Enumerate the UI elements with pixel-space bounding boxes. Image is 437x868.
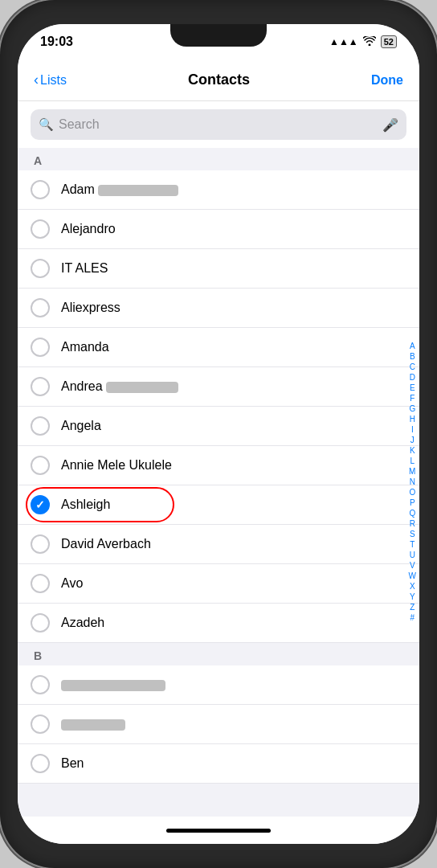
list-item[interactable]: Aliexpress <box>18 289 419 328</box>
alpha-y[interactable]: Y <box>409 592 416 602</box>
contact-name: Annie Mele Ukulele <box>61 458 406 473</box>
search-container: 🔍 Search 🎤 <box>18 101 419 148</box>
alpha-n[interactable]: N <box>409 477 416 487</box>
alpha-w[interactable]: W <box>409 571 416 581</box>
microphone-icon[interactable]: 🎤 <box>382 117 398 133</box>
contact-name <box>61 678 406 692</box>
alpha-h[interactable]: H <box>409 415 416 424</box>
alpha-f[interactable]: F <box>409 394 416 403</box>
contact-name-ashleigh: Ashleigh <box>61 497 406 512</box>
radio-button[interactable] <box>31 180 50 199</box>
alpha-d[interactable]: D <box>409 373 416 383</box>
alpha-a[interactable]: A <box>409 342 416 351</box>
alpha-q[interactable]: Q <box>409 509 416 518</box>
contact-name: Avo <box>61 576 406 591</box>
alpha-j[interactable]: J <box>409 436 416 445</box>
radio-button[interactable] <box>31 298 50 317</box>
page-title: Contacts <box>188 72 250 88</box>
alpha-v[interactable]: V <box>409 561 416 571</box>
done-button[interactable]: Done <box>371 73 403 88</box>
list-item[interactable]: Angela <box>18 407 419 446</box>
contact-name: Azadeh <box>61 616 406 630</box>
radio-button-checked[interactable] <box>31 495 50 514</box>
alpha-e[interactable]: E <box>409 383 416 393</box>
battery-indicator: 52 <box>381 35 397 48</box>
alpha-x[interactable]: X <box>409 582 416 592</box>
chevron-left-icon: ‹ <box>34 72 39 88</box>
list-item[interactable]: Annie Mele Ukulele <box>18 446 419 485</box>
list-item[interactable] <box>18 665 419 705</box>
contact-list: A Adam Alejandro IT ALES <box>18 148 419 817</box>
list-item[interactable]: Avo <box>18 564 419 604</box>
home-indicator <box>18 817 419 844</box>
contact-name: Angela <box>61 419 406 433</box>
contact-name: Aliexpress <box>61 301 406 315</box>
radio-button[interactable] <box>31 675 50 694</box>
alpha-b[interactable]: B <box>409 352 416 362</box>
search-icon: 🔍 <box>39 117 54 132</box>
alpha-hash[interactable]: # <box>409 613 416 623</box>
list-item-ashleigh[interactable]: Ashleigh <box>18 485 419 525</box>
alpha-u[interactable]: U <box>409 551 416 560</box>
contact-name: Adam <box>61 182 406 197</box>
alpha-k[interactable]: K <box>409 446 416 456</box>
status-time: 19:03 <box>40 35 73 49</box>
list-item[interactable]: Andrea <box>18 367 419 407</box>
radio-button[interactable] <box>31 338 50 357</box>
alpha-s[interactable]: S <box>409 530 416 539</box>
alpha-z[interactable]: Z <box>409 603 416 612</box>
blurred-name <box>61 719 125 731</box>
notch <box>170 24 267 47</box>
alphabet-index: A B C D E F G H I J K L M N O P Q R S T <box>409 342 416 623</box>
blurred-name <box>98 185 178 196</box>
contact-name: Ben <box>61 756 406 771</box>
alpha-p[interactable]: P <box>409 498 416 508</box>
nav-bar: ‹ Lists Contacts Done <box>18 59 419 101</box>
alpha-i[interactable]: I <box>409 425 416 435</box>
section-header-a: A <box>18 148 419 170</box>
list-item[interactable]: Azadeh <box>18 604 419 643</box>
radio-button[interactable] <box>31 714 50 734</box>
list-item[interactable]: Amanda <box>18 328 419 367</box>
phone-screen: 19:03 ▲▲▲ 52 ‹ List <box>18 24 419 844</box>
radio-button[interactable] <box>31 377 50 396</box>
search-bar[interactable]: 🔍 Search 🎤 <box>31 109 406 140</box>
status-icons: ▲▲▲ 52 <box>329 35 397 49</box>
list-item[interactable]: Adam <box>18 170 419 210</box>
alpha-l[interactable]: L <box>409 457 416 466</box>
alpha-m[interactable]: M <box>409 467 416 477</box>
radio-button[interactable] <box>31 534 50 554</box>
home-bar <box>166 829 271 833</box>
signal-icon: ▲▲▲ <box>329 36 358 47</box>
contact-name <box>61 717 406 731</box>
radio-button[interactable] <box>31 613 50 633</box>
contact-name: Amanda <box>61 340 406 354</box>
status-bar: 19:03 ▲▲▲ 52 <box>18 24 419 59</box>
radio-button[interactable] <box>31 574 50 593</box>
list-item[interactable]: Alejandro <box>18 210 419 249</box>
alpha-r[interactable]: R <box>409 519 416 529</box>
search-placeholder: Search <box>59 117 378 132</box>
list-item[interactable]: IT ALES <box>18 249 419 289</box>
alpha-c[interactable]: C <box>409 362 416 372</box>
radio-button[interactable] <box>31 219 50 239</box>
radio-button[interactable] <box>31 754 50 773</box>
alpha-o[interactable]: O <box>409 488 416 497</box>
contact-name: Alejandro <box>61 222 406 236</box>
alpha-g[interactable]: G <box>409 404 416 414</box>
back-button[interactable]: ‹ Lists <box>34 72 67 88</box>
list-item[interactable]: David Averbach <box>18 525 419 564</box>
list-item[interactable] <box>18 705 419 744</box>
phone-device: 19:03 ▲▲▲ 52 ‹ List <box>0 0 437 868</box>
wifi-icon <box>363 35 376 49</box>
alpha-t[interactable]: T <box>409 540 416 550</box>
list-item[interactable]: Ben <box>18 744 419 784</box>
radio-button[interactable] <box>31 259 50 278</box>
contact-name: David Averbach <box>61 537 406 551</box>
back-label: Lists <box>40 73 67 88</box>
radio-button[interactable] <box>31 456 50 475</box>
blurred-name <box>61 680 165 691</box>
section-header-b: B <box>18 643 419 665</box>
section-b: B Ben <box>18 643 419 784</box>
radio-button[interactable] <box>31 416 50 436</box>
